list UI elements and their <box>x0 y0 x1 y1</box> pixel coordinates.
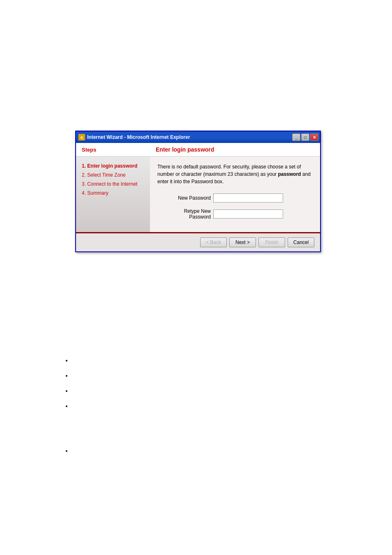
sidebar-item-1[interactable]: 1. Enter login password <box>82 163 144 169</box>
bullets-section-2 <box>64 448 74 463</box>
back-button[interactable]: < Back <box>200 237 227 247</box>
retype-password-label: Retype NewPassword <box>157 208 211 220</box>
sidebar-item-4[interactable]: 4. Summary <box>82 190 144 196</box>
bullets-section-1 <box>64 357 74 418</box>
bullet-item <box>72 357 74 364</box>
steps-label: Steps <box>82 147 156 153</box>
sidebar-item-3[interactable]: 3. Connect to the Internet <box>82 181 144 187</box>
cancel-button[interactable]: Cancel <box>288 237 314 247</box>
new-password-row: New Password <box>157 193 313 203</box>
dialog-sidebar: 1. Enter login password 2. Select Time Z… <box>76 157 150 232</box>
dialog-body: 1. Enter login password 2. Select Time Z… <box>76 157 320 232</box>
bullet-item <box>72 373 74 379</box>
page-title: Enter login password <box>156 146 214 153</box>
new-password-label: New Password <box>157 195 211 201</box>
description-text: There is no default password. For securi… <box>157 163 313 185</box>
retype-password-row: Retype NewPassword <box>157 208 313 220</box>
bullet-item <box>72 448 74 454</box>
new-password-input[interactable] <box>213 193 283 203</box>
sidebar-item-2[interactable]: 2. Select Time Zone <box>82 172 144 178</box>
retype-password-input[interactable] <box>213 210 283 219</box>
title-bar-buttons: _ □ ✕ <box>292 134 318 141</box>
bullet-item <box>72 388 74 394</box>
dialog-window: e Internet Wizard - Microsoft Internet E… <box>75 131 321 252</box>
bullet-item <box>72 403 74 409</box>
finish-button[interactable]: Finish <box>258 237 285 247</box>
maximize-button[interactable]: □ <box>301 134 309 141</box>
title-bar-left: e Internet Wizard - Microsoft Internet E… <box>78 134 190 140</box>
dialog-main: There is no default password. For securi… <box>150 157 320 232</box>
title-bar: e Internet Wizard - Microsoft Internet E… <box>76 131 320 143</box>
next-button[interactable]: Next > <box>229 237 256 247</box>
browser-icon: e <box>78 134 85 140</box>
close-button[interactable]: ✕ <box>310 134 318 141</box>
window-title: Internet Wizard - Microsoft Internet Exp… <box>87 134 190 140</box>
minimize-button[interactable]: _ <box>292 134 300 141</box>
dialog-header: Steps Enter login password <box>76 143 320 157</box>
dialog-content: Steps Enter login password 1. Enter logi… <box>76 143 320 251</box>
description-bold: password <box>278 171 301 177</box>
dialog-footer: < Back Next > Finish Cancel <box>76 233 320 251</box>
